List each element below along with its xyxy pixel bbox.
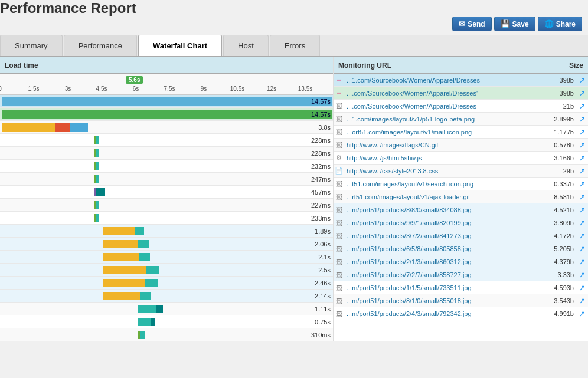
table-row: 310ms (0, 328, 333, 341)
img-icon: 🖼 (334, 232, 344, 239)
size-text: 3.543b (547, 297, 576, 304)
tab-errors[interactable]: Errors (270, 35, 320, 56)
table-row: 14.57s (0, 95, 333, 108)
size-text: 0.578b (547, 142, 576, 149)
size-text: 29b (547, 167, 576, 175)
tab-summary[interactable]: Summary (0, 35, 63, 56)
table-row: 2.06s (0, 238, 333, 251)
table-row: 3.8s (0, 121, 333, 134)
url-text[interactable]: ...m/port51/products/2/4/3/small/792342.… (344, 310, 547, 317)
size-text: 398b (547, 77, 576, 84)
url-text[interactable]: ...m/port51/products/6/5/8/small/805858.… (344, 245, 547, 252)
url-text[interactable]: http://www. /js/html5shiv.js (344, 155, 547, 162)
table-row: 2.46s (0, 277, 333, 290)
table-row: 232ms (0, 160, 333, 173)
tab-performance[interactable]: Performance (64, 35, 137, 56)
url-text[interactable]: ...1.com/images/layout/v1/p51-logo-beta.… (344, 116, 547, 123)
url-text[interactable]: http://www. /images/flags/CN.gif (344, 142, 547, 149)
info-row: 🖼 ...m/port51/products/1/1/5/small/73351… (334, 281, 588, 294)
globe-icon: 🌐 (544, 19, 554, 28)
size-text: 5.205b (547, 245, 576, 252)
url-text[interactable]: ...m/port51/products/7/2/7/small/858727.… (344, 271, 547, 278)
size-text: 4.379b (547, 258, 576, 265)
img-icon: 🖼 (334, 297, 344, 304)
tab-host[interactable]: Host (223, 35, 269, 56)
trend-icon: ↗ (576, 231, 588, 241)
img-icon: 🖼 (334, 219, 344, 226)
info-row: 🖼 ...m/port51/products/2/1/3/small/86031… (334, 255, 588, 268)
table-row: 247ms (0, 173, 333, 186)
table-row: 2.14s (0, 290, 333, 303)
size-text: 4.521b (547, 206, 576, 213)
info-row: 🖼 ...rt51.com/images/layout/v1/ajax-load… (334, 190, 588, 203)
save-button[interactable]: 💾 Save (494, 17, 535, 31)
time-0: 0 (0, 86, 2, 92)
page-load-indicator: 5.6s (126, 76, 143, 84)
url-text[interactable]: ...m/port51/products/3/7/2/small/841273.… (344, 232, 547, 239)
img-icon: 🖼 (334, 193, 344, 200)
trend-icon: ↗ (576, 179, 588, 189)
trend-icon: ↗ (576, 309, 588, 318)
trend-icon: ↗ (576, 192, 588, 202)
info-row: 🖼 ...m/port51/products/8/8/0/small/83408… (334, 203, 588, 216)
load-line (126, 74, 126, 94)
url-text[interactable]: ...ort51.com/images/layout/v1/mail-icon.… (344, 129, 547, 136)
table-row: 233ms (0, 212, 333, 225)
table-row: 14.57s (0, 108, 333, 121)
size-text: 4.593b (547, 284, 576, 291)
time-5: 7.5s (164, 86, 175, 92)
toolbar: ✉ Send 💾 Save 🌐 Share (0, 17, 588, 35)
img-icon: 🖼 (334, 284, 344, 291)
trend-icon: ↗ (576, 127, 588, 137)
time-2: 3s (65, 86, 71, 92)
waterfall-rows: 14.57s 14.57s 3.8s (0, 95, 333, 341)
send-button[interactable]: ✉ Send (452, 17, 491, 31)
time-axis: 5.6s 0 1.5s 3s 4.5s 6s 7.5s 9s 10.5s 12s… (0, 74, 333, 95)
table-row: 228ms (0, 134, 333, 147)
info-row: 🖼 ...t51.com/images/layout/v1/search-ico… (334, 178, 588, 190)
main-content: Load time 5.6s 0 1.5s 3s 4.5s 6s 7.5s 9s… (0, 57, 588, 341)
size-text: 3.809b (547, 219, 576, 226)
trend-icon: ↗ (576, 140, 588, 150)
table-row: 2.1s (0, 251, 333, 264)
url-text[interactable]: ...m/port51/products/8/8/0/small/834088.… (344, 206, 547, 213)
waterfall-panel: Load time 5.6s 0 1.5s 3s 4.5s 6s 7.5s 9s… (0, 57, 334, 341)
img-icon: 🖼 (334, 245, 344, 252)
time-7: 10.5s (230, 86, 244, 92)
info-row: 🖼 ...m/port51/products/9/9/1/small/82019… (334, 216, 588, 229)
url-text[interactable]: ....com/Sourcebook/Women/Apparel/Dresses (344, 103, 547, 110)
trend-icon: ↗ (576, 88, 588, 98)
trend-icon: ↗ (576, 270, 588, 280)
url-text[interactable]: ...1.com/Sourcebook/Women/Apparel/Dresse… (344, 77, 547, 84)
img-icon: 🖼 (334, 258, 344, 265)
url-text[interactable]: ...rt51.com/images/layout/v1/ajax-loader… (344, 193, 547, 200)
img-icon: 🖼 (334, 103, 344, 110)
img-icon: 🖼 (334, 206, 344, 213)
url-text[interactable]: ....com/Sourcebook/Women/Apparel/Dresses… (344, 90, 547, 97)
url-text[interactable]: http://www. /css/style2013.8.css (344, 167, 547, 175)
css-icon: 📄 (334, 167, 344, 175)
info-row: 🖼 ...m/port51/products/7/2/7/small/85872… (334, 268, 588, 281)
url-text[interactable]: ...t51.com/images/layout/v1/search-icon.… (344, 180, 547, 188)
time-9: 13.5s (298, 86, 312, 92)
trend-icon: ↗ (576, 257, 588, 267)
table-row: 0.75s (0, 315, 333, 328)
tab-waterfall[interactable]: Waterfall Chart (138, 35, 222, 56)
info-row: 🖼 ...m/port51/products/2/4/3/small/79234… (334, 307, 588, 320)
url-text[interactable]: ...m/port51/products/2/1/3/small/860312.… (344, 258, 547, 265)
size-column-header: Size (553, 61, 588, 70)
info-row: − ....com/Sourcebook/Women/Apparel/Dress… (334, 87, 588, 100)
trend-icon: ↗ (576, 218, 588, 228)
url-text[interactable]: ...m/port51/products/8/1/0/small/855018.… (344, 297, 547, 304)
trend-icon: ↗ (576, 244, 588, 254)
trend-icon: ↗ (576, 114, 588, 124)
share-button[interactable]: 🌐 Share (538, 17, 582, 31)
url-text[interactable]: ...m/port51/products/1/1/5/small/733511.… (344, 284, 547, 291)
size-text: 0.337b (547, 180, 576, 188)
url-text[interactable]: ...m/port51/products/9/9/1/small/820199.… (344, 219, 547, 226)
size-text: 398b (547, 90, 576, 97)
table-row: 457ms (0, 186, 333, 199)
size-text: 2.899b (547, 116, 576, 123)
trend-icon: ↗ (576, 153, 588, 163)
time-6: 9s (201, 86, 207, 92)
